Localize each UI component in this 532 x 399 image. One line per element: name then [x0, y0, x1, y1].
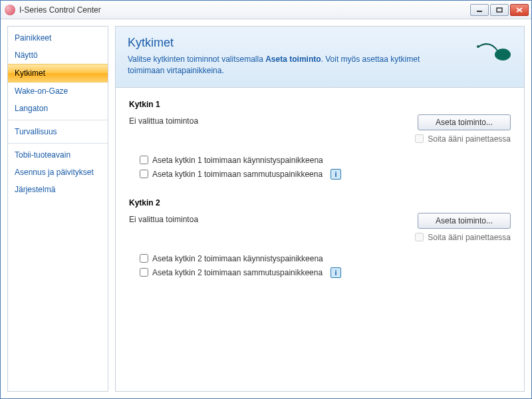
- close-icon: [516, 7, 523, 13]
- switch-2-section: Kytkin 2 Ei valittua toimintoa Aseta toi…: [129, 198, 511, 278]
- app-window: I-Series Control Center Painikkeet Näytt…: [0, 0, 532, 399]
- app-icon: [5, 5, 15, 15]
- page-title: Kytkimet: [128, 36, 512, 50]
- maximize-button[interactable]: [490, 4, 509, 16]
- sidebar-item-turvallisuus[interactable]: Turvallisuus: [8, 123, 108, 140]
- switch-2-status: Ei valittua toimintoa: [129, 213, 198, 224]
- window-controls: [470, 4, 529, 16]
- switch-2-play-sound-label: Soita ääni painettaessa: [428, 233, 511, 242]
- sidebar-item-naytto[interactable]: Näyttö: [8, 47, 108, 64]
- content-area: Kytkin 1 Ei valittua toimintoa Aseta toi…: [116, 88, 524, 391]
- window-title: I-Series Control Center: [19, 5, 470, 15]
- main-panel: Kytkimet Valitse kytkinten toiminnot val…: [115, 26, 525, 392]
- switch-1-section: Kytkin 1 Ei valittua toimintoa Aseta toi…: [129, 100, 511, 180]
- page-description: Valitse kytkinten toiminnot valitsemalla…: [128, 54, 447, 76]
- sidebar: Painikkeet Näyttö Kytkimet Wake-on-Gaze …: [7, 26, 108, 392]
- sidebar-item-asennus[interactable]: Asennus ja päivitykset: [8, 164, 108, 181]
- info-icon[interactable]: i: [331, 169, 341, 180]
- switch-1-power-off-label: Aseta kytkin 1 toimimaan sammutuspainikk…: [152, 170, 323, 179]
- switch-2-power-off-label: Aseta kytkin 2 toimimaan sammutuspainikk…: [152, 268, 323, 277]
- titlebar[interactable]: I-Series Control Center: [1, 1, 531, 19]
- minimize-icon: [476, 7, 483, 13]
- sidebar-group: Painikkeet Näyttö Kytkimet Wake-on-Gaze …: [8, 27, 108, 120]
- sidebar-item-langaton[interactable]: Langaton: [8, 100, 108, 117]
- switch-2-title: Kytkin 2: [129, 198, 511, 207]
- info-icon[interactable]: i: [331, 267, 341, 278]
- switch-1-power-on-checkbox[interactable]: [140, 156, 148, 164]
- switch-1-status: Ei valittua toimintoa: [129, 114, 198, 126]
- desc-text: Valitse kytkinten toiminnot valitsemalla: [128, 55, 265, 64]
- svg-point-5: [495, 49, 511, 61]
- sidebar-group: Turvallisuus: [8, 120, 108, 144]
- sidebar-item-painikkeet[interactable]: Painikkeet: [8, 29, 108, 47]
- page-header: Kytkimet Valitse kytkinten toiminnot val…: [116, 27, 524, 88]
- switch-2-play-sound-checkbox: [415, 233, 424, 241]
- close-button[interactable]: [510, 4, 529, 16]
- svg-point-4: [477, 45, 479, 48]
- switch-2-power-off-checkbox[interactable]: [140, 268, 148, 277]
- sidebar-item-jarjestelma[interactable]: Järjestelmä: [8, 181, 108, 198]
- switch-1-play-sound-checkbox: [415, 134, 424, 143]
- switch-1-power-off-checkbox[interactable]: [140, 170, 148, 178]
- switch-2-power-on-label: Aseta kytkin 2 toimimaan käynnistyspaini…: [152, 254, 323, 263]
- desc-bold: Aseta toiminto: [265, 55, 321, 64]
- sidebar-group: Tobii-tuoteavain Asennus ja päivitykset …: [8, 144, 108, 201]
- svg-rect-1: [497, 8, 502, 12]
- switch-2-power-on-checkbox[interactable]: [140, 254, 148, 263]
- sidebar-item-kytkimet[interactable]: Kytkimet: [8, 64, 108, 82]
- switch-2-set-action-button[interactable]: Aseta toiminto...: [418, 213, 511, 229]
- switch-1-power-on-label: Aseta kytkin 1 toimimaan käynnistyspaini…: [152, 156, 323, 165]
- switch-1-set-action-button[interactable]: Aseta toiminto...: [418, 114, 511, 130]
- switch-header-icon: [475, 39, 512, 65]
- maximize-icon: [496, 7, 503, 13]
- minimize-button[interactable]: [470, 4, 489, 16]
- switch-1-play-sound-label: Soita ääni painettaessa: [428, 134, 511, 144]
- sidebar-item-wake-on-gaze[interactable]: Wake-on-Gaze: [8, 82, 108, 100]
- window-body: Painikkeet Näyttö Kytkimet Wake-on-Gaze …: [1, 19, 531, 398]
- sidebar-item-tuoteavain[interactable]: Tobii-tuoteavain: [8, 146, 108, 164]
- switch-1-title: Kytkin 1: [129, 100, 511, 109]
